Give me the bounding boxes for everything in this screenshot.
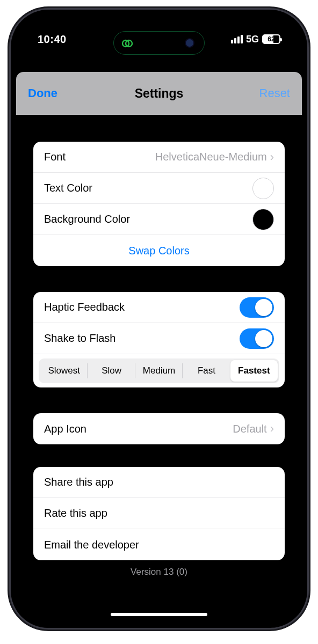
home-indicator[interactable]: [111, 613, 207, 616]
shake-to-flash-label: Shake to Flash: [44, 332, 240, 345]
haptic-feedback-label: Haptic Feedback: [44, 301, 240, 313]
personal-hotspot-icon: [120, 36, 134, 50]
appicon-value: Default: [233, 423, 266, 435]
shake-to-flash-row: Shake to Flash: [33, 323, 285, 354]
reset-button[interactable]: Reset: [259, 86, 290, 100]
version-text: Version 13 (0): [33, 567, 285, 577]
speed-segmented-row: Slowest Slow Medium Fast Fastest: [33, 354, 285, 387]
phone-frame: 10:40 5G 62 Done Settings Reset: [11, 10, 307, 628]
background-color-swatch[interactable]: [252, 209, 274, 230]
settings-modal: Done Settings Reset Font HelveticaNeue-M…: [16, 72, 302, 623]
dynamic-island: [113, 31, 205, 55]
seg-slow[interactable]: Slow: [88, 360, 135, 382]
appearance-group: Font HelveticaNeue-Medium › Text Color B…: [33, 142, 285, 266]
email-developer-label: Email the developer: [44, 539, 274, 551]
speed-segmented-control[interactable]: Slowest Slow Medium Fast Fastest: [39, 358, 279, 383]
chevron-right-icon: ›: [270, 422, 274, 436]
rate-app-row[interactable]: Rate this app: [33, 498, 285, 529]
haptic-feedback-toggle[interactable]: [240, 297, 274, 318]
done-button[interactable]: Done: [28, 86, 57, 100]
text-color-label: Text Color: [44, 182, 252, 194]
text-color-row[interactable]: Text Color: [33, 173, 285, 204]
network-type: 5G: [246, 34, 259, 45]
front-camera-icon: [185, 38, 194, 48]
haptic-feedback-row: Haptic Feedback: [33, 292, 285, 323]
seg-medium[interactable]: Medium: [135, 360, 183, 382]
font-label: Font: [44, 151, 155, 163]
share-app-label: Share this app: [44, 476, 274, 488]
navigation-bar: Done Settings Reset: [16, 72, 302, 115]
phone-screen: 10:40 5G 62 Done Settings Reset: [16, 15, 302, 623]
appicon-row[interactable]: App Icon Default ›: [33, 413, 285, 444]
email-developer-row[interactable]: Email the developer: [33, 529, 285, 560]
seg-fastest[interactable]: Fastest: [230, 360, 278, 382]
cellular-bars-icon: [231, 35, 243, 43]
links-group: Share this app Rate this app Email the d…: [33, 467, 285, 560]
shake-to-flash-toggle[interactable]: [240, 328, 274, 349]
text-color-swatch[interactable]: [252, 178, 274, 199]
font-row[interactable]: Font HelveticaNeue-Medium ›: [33, 142, 285, 173]
swap-colors-button[interactable]: Swap Colors: [128, 245, 189, 257]
battery-icon: 62: [262, 34, 280, 44]
rate-app-label: Rate this app: [44, 507, 274, 519]
page-title: Settings: [135, 86, 184, 101]
behaviors-group: Haptic Feedback Shake to Flash Slowest S…: [33, 292, 285, 387]
swap-colors-row[interactable]: Swap Colors: [33, 235, 285, 266]
seg-fast[interactable]: Fast: [183, 360, 230, 382]
appicon-group: App Icon Default ›: [33, 413, 285, 444]
status-time: 10:40: [38, 33, 67, 46]
font-value: HelveticaNeue-Medium: [155, 151, 267, 163]
background-color-label: Background Color: [44, 213, 252, 225]
background-color-row[interactable]: Background Color: [33, 204, 285, 235]
appicon-label: App Icon: [44, 423, 233, 435]
chevron-right-icon: ›: [270, 150, 274, 164]
seg-slowest[interactable]: Slowest: [40, 360, 88, 382]
share-app-row[interactable]: Share this app: [33, 467, 285, 498]
